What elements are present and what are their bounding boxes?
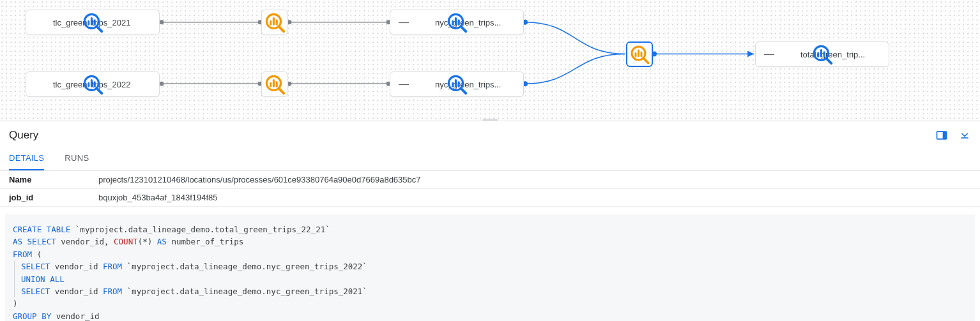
lineage-diagram[interactable]: tlc_green_trips_2021 — nyc_green_trips..… [0, 0, 980, 121]
bigquery-icon [34, 78, 47, 91]
svg-line-32 [826, 58, 831, 63]
svg-line-30 [643, 58, 648, 63]
node-process-selected[interactable] [626, 41, 653, 67]
node-target[interactable]: — total_green_trip... [755, 41, 889, 67]
bigquery-icon [416, 78, 429, 91]
svg-point-25 [266, 76, 280, 90]
svg-marker-16 [747, 51, 754, 57]
svg-point-8 [160, 82, 164, 86]
node-label: nyc_green_trips... [435, 18, 501, 27]
tab-details[interactable]: DETAILS [9, 147, 44, 170]
minus-icon: — [398, 78, 410, 90]
panel-resize-handle[interactable] [482, 119, 498, 121]
tabs: DETAILS RUNS [0, 147, 980, 171]
bigquery-process-icon [268, 16, 281, 29]
row-key: Name [9, 175, 98, 184]
node-intermediate-1[interactable]: — nyc_green_trips... [390, 10, 524, 35]
svg-rect-34 [943, 131, 947, 139]
sql-code: CREATE TABLE `myproject.data_lineage_dem… [5, 214, 975, 321]
svg-line-22 [461, 26, 466, 31]
node-process-1[interactable] [261, 10, 288, 35]
side-panel-icon[interactable] [935, 129, 948, 142]
row-val: projects/123101210468/locations/us/proce… [98, 175, 421, 184]
node-source-2[interactable]: tlc_green_trips_2022 [26, 71, 160, 97]
minus-icon: — [398, 17, 410, 28]
row-key: job_id [9, 193, 98, 202]
details-table: Name projects/123101210468/locations/us/… [0, 171, 980, 207]
svg-point-19 [266, 14, 280, 28]
row-val: bquxjob_453ba4af_1843f194f85 [98, 193, 218, 202]
node-process-2[interactable] [261, 71, 288, 97]
svg-point-4 [160, 20, 164, 24]
svg-line-18 [96, 26, 102, 31]
query-panel: Query DETAILS RUNS Name projects/1231012… [0, 121, 980, 321]
svg-line-26 [279, 88, 284, 93]
node-label: nyc_green_trips... [435, 80, 501, 89]
node-label: tlc_green_trips_2021 [53, 18, 130, 27]
table-row: Name projects/123101210468/locations/us/… [0, 171, 980, 189]
bigquery-icon [781, 48, 794, 61]
svg-line-20 [279, 26, 284, 31]
bigquery-icon [416, 16, 429, 29]
bigquery-process-icon [268, 78, 281, 91]
bigquery-icon [34, 16, 47, 29]
table-row: job_id bquxjob_453ba4af_1843f194f85 [0, 189, 980, 207]
tab-runs[interactable]: RUNS [65, 147, 89, 170]
collapse-down-icon[interactable] [958, 129, 971, 142]
panel-title: Query [9, 129, 38, 142]
node-intermediate-2[interactable]: — nyc_green_trips... [390, 71, 524, 97]
svg-point-29 [632, 47, 645, 60]
svg-line-28 [461, 88, 466, 93]
svg-line-24 [96, 88, 102, 93]
bigquery-process-icon [633, 48, 646, 61]
node-source-1[interactable]: tlc_green_trips_2021 [26, 10, 160, 35]
minus-icon: — [763, 49, 775, 60]
node-label: total_green_trip... [800, 50, 865, 59]
node-label: tlc_green_trips_2022 [53, 80, 130, 89]
